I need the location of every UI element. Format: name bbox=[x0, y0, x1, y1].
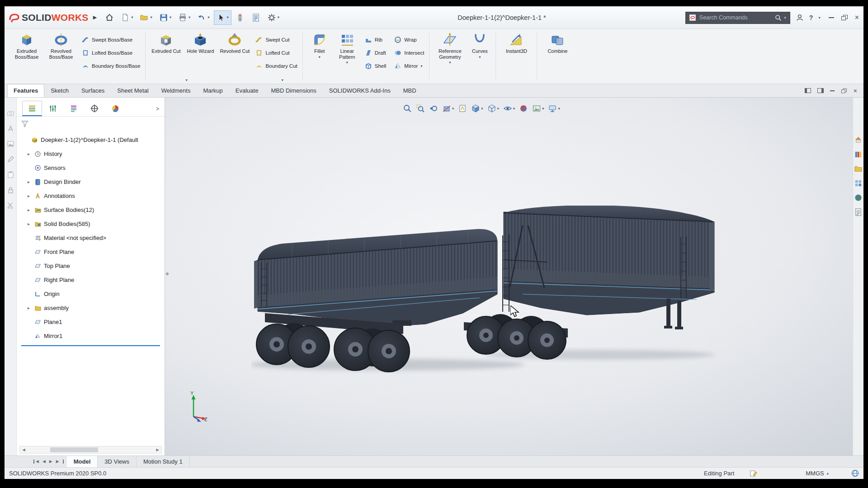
text-tool-icon[interactable] bbox=[7, 125, 14, 132]
tree-item-history[interactable]: ▸ History bbox=[17, 147, 165, 161]
caret-down-icon[interactable]: ▾ bbox=[189, 15, 190, 19]
reference-geometry-button[interactable]: Reference Geometry ▾ bbox=[433, 31, 467, 66]
new-document-button[interactable]: ▾ bbox=[118, 10, 136, 25]
unit-system-selector[interactable]: MMGS ▴ bbox=[803, 469, 831, 477]
caret-down-icon[interactable]: ▾ bbox=[227, 15, 229, 19]
caret-down-icon[interactable]: ▾ bbox=[185, 78, 187, 82]
tab-featuremanager[interactable] bbox=[22, 101, 42, 116]
display-style-button[interactable]: ▾ bbox=[486, 102, 500, 115]
boundary-cut-button[interactable]: Boundary Cut bbox=[254, 61, 299, 71]
expand-arrow-icon[interactable]: ▸ bbox=[26, 151, 32, 156]
tab-displaymanager[interactable] bbox=[105, 101, 125, 116]
search-commands-box[interactable]: ▾ bbox=[685, 12, 790, 24]
caret-down-icon[interactable]: ▾ bbox=[319, 55, 321, 59]
menu-flyout-arrow-icon[interactable]: ▶ bbox=[93, 14, 97, 20]
clipboard-tool-icon[interactable] bbox=[7, 171, 14, 178]
caret-down-icon[interactable]: ▾ bbox=[818, 16, 820, 20]
view-capsule-button[interactable] bbox=[233, 10, 247, 25]
combine-button[interactable]: Combine bbox=[540, 31, 575, 56]
caret-down-icon[interactable]: ▾ bbox=[784, 16, 786, 20]
rib-button[interactable]: Rib bbox=[363, 35, 388, 45]
tree-item-sensors[interactable]: Sensors bbox=[17, 161, 165, 175]
previous-view-button[interactable] bbox=[428, 102, 439, 115]
extruded-cut-button[interactable]: Extruded Cut bbox=[149, 31, 183, 56]
tree-item-design-binder[interactable]: ▸ Design Binder bbox=[17, 175, 165, 189]
camera-tool-icon[interactable] bbox=[7, 109, 14, 117]
tab-evaluate[interactable]: Evaluate bbox=[229, 84, 265, 97]
hide-show-items-button[interactable]: ▾ bbox=[502, 102, 516, 115]
tree-item-right-plane[interactable]: Right Plane bbox=[17, 273, 165, 287]
solidworks-resources-icon[interactable] bbox=[854, 136, 863, 144]
swept-boss-base-button[interactable]: Swept Boss/Base bbox=[80, 35, 142, 45]
pane-display-left-icon[interactable] bbox=[805, 88, 811, 93]
cut-tool-icon[interactable] bbox=[7, 202, 14, 209]
linear-pattern-button[interactable]: Linear Pattern ▾ bbox=[333, 31, 361, 66]
tree-item-annotations[interactable]: ▸ Annotations bbox=[17, 189, 165, 203]
swept-cut-button[interactable]: Swept Cut bbox=[254, 35, 299, 45]
boundary-boss-base-button[interactable]: Boundary Boss/Base bbox=[80, 61, 142, 71]
tab-motion-study-1[interactable]: Motion Study 1 bbox=[137, 456, 190, 467]
design-library-icon[interactable] bbox=[854, 150, 863, 159]
intersect-button[interactable]: Intersect bbox=[392, 48, 426, 58]
tab-sketch[interactable]: Sketch bbox=[44, 84, 75, 97]
expand-arrow-icon[interactable]: ▸ bbox=[26, 305, 32, 310]
trailer-3d-model[interactable] bbox=[251, 206, 717, 380]
tab-features[interactable]: Features bbox=[7, 84, 44, 97]
save-button[interactable]: ▾ bbox=[156, 10, 174, 25]
expand-arrow-icon[interactable]: ▸ bbox=[26, 193, 32, 198]
tree-item-solid-bodies[interactable]: ▸ Solid Bodies(585) bbox=[17, 217, 165, 231]
options-button[interactable]: ▾ bbox=[264, 10, 282, 25]
caret-down-icon[interactable]: ▾ bbox=[558, 107, 560, 111]
search-input[interactable] bbox=[698, 14, 772, 21]
expand-arrow-icon[interactable]: ▸ bbox=[26, 207, 32, 212]
tab-markup[interactable]: Markup bbox=[197, 84, 229, 97]
lock-tool-icon[interactable] bbox=[7, 186, 14, 194]
caret-down-icon[interactable]: ▾ bbox=[150, 15, 152, 19]
custom-properties-icon[interactable] bbox=[854, 208, 863, 216]
extruded-boss-base-button[interactable]: Extruded Boss/Base bbox=[9, 31, 44, 61]
dynamic-annotation-views-button[interactable] bbox=[457, 102, 468, 115]
expand-arrow-icon[interactable]: ▸ bbox=[26, 221, 32, 226]
appearances-scenes-icon[interactable] bbox=[854, 193, 863, 202]
panel-splitter-handle[interactable] bbox=[165, 268, 170, 279]
caret-down-icon[interactable]: ▾ bbox=[278, 15, 279, 19]
caret-down-icon[interactable]: ▾ bbox=[131, 15, 133, 19]
scroll-right-button[interactable]: ▶ bbox=[154, 446, 161, 453]
fillet-button[interactable]: Fillet ▾ bbox=[306, 31, 333, 60]
file-properties-button[interactable] bbox=[249, 10, 263, 25]
tab-weldments[interactable]: Weldments bbox=[155, 84, 197, 97]
tab-solidworks-add-ins[interactable]: SOLIDWORKS Add-Ins bbox=[323, 84, 397, 97]
globe-status-icon[interactable] bbox=[851, 469, 859, 477]
file-explorer-icon[interactable] bbox=[854, 164, 863, 173]
revolved-boss-base-button[interactable]: Revolved Boss/Base bbox=[44, 31, 78, 61]
tab-configurationmanager[interactable] bbox=[64, 101, 84, 116]
scrollbar-thumb[interactable] bbox=[50, 447, 98, 452]
previous-tab-button[interactable]: ◀ bbox=[42, 460, 46, 464]
zoom-to-fit-button[interactable] bbox=[401, 102, 413, 115]
caret-down-icon[interactable]: ▾ bbox=[208, 15, 209, 19]
note-tool-icon[interactable] bbox=[7, 155, 14, 163]
last-tab-button[interactable]: ▶ bbox=[56, 460, 59, 464]
filter-funnel-icon[interactable] bbox=[21, 121, 28, 127]
lofted-boss-base-button[interactable]: Lofted Boss/Base bbox=[80, 48, 142, 58]
caret-down-icon[interactable]: ▾ bbox=[542, 107, 544, 111]
help-button[interactable]: ? bbox=[809, 14, 813, 21]
section-view-button[interactable]: ▾ bbox=[441, 102, 455, 115]
document-minimize-button[interactable] bbox=[830, 90, 835, 91]
view-orientation-button[interactable]: ▾ bbox=[470, 102, 484, 115]
apply-scene-button[interactable]: ▾ bbox=[531, 102, 545, 115]
panel-expand-chevron[interactable]: > bbox=[153, 105, 162, 113]
open-button[interactable]: ▾ bbox=[137, 10, 155, 25]
caret-down-icon[interactable]: ▾ bbox=[513, 107, 515, 111]
hole-wizard-button[interactable]: Hole Wizard bbox=[183, 31, 217, 56]
tree-item-material[interactable]: Material <not specified> bbox=[17, 231, 165, 245]
tree-item-front-plane[interactable]: Front Plane bbox=[17, 245, 165, 259]
tree-item-mirror1[interactable]: Mirror1 bbox=[17, 329, 165, 343]
view-settings-button[interactable]: ▾ bbox=[547, 102, 561, 115]
select-button[interactable]: ▾ bbox=[214, 10, 231, 25]
tree-item-origin[interactable]: Origin bbox=[17, 287, 165, 301]
caret-down-icon[interactable]: ▾ bbox=[479, 55, 481, 59]
tree-item-assembly-folder[interactable]: ▸ assembly bbox=[17, 301, 165, 315]
mirror-button[interactable]: Mirror ▾ bbox=[392, 61, 426, 71]
caret-down-icon[interactable]: ▾ bbox=[452, 107, 454, 111]
